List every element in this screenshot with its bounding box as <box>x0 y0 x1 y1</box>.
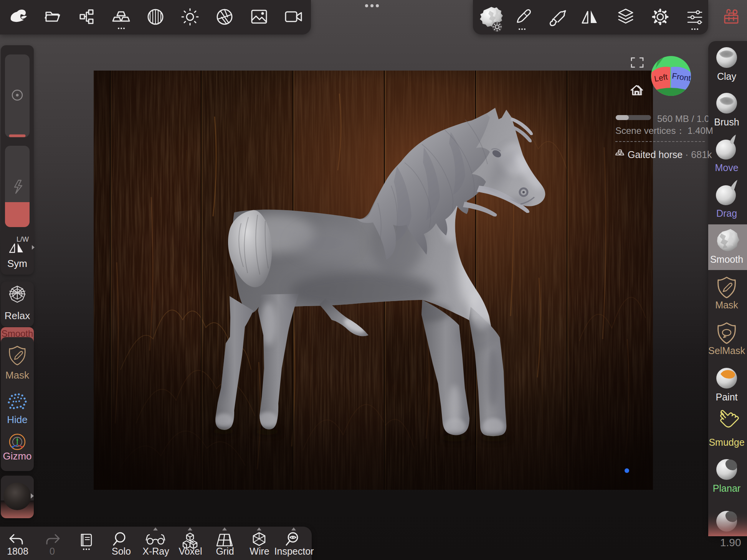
svg-text:Clay: Clay <box>717 71 737 82</box>
svg-text:Brush: Brush <box>714 117 739 127</box>
svg-text:Sym: Sym <box>7 258 27 269</box>
svg-text:Mask: Mask <box>5 369 30 381</box>
svg-text:Relax: Relax <box>5 310 30 321</box>
svg-text:Planar: Planar <box>713 483 740 494</box>
svg-text:Move: Move <box>715 162 738 173</box>
svg-text:Smooth: Smooth <box>710 254 743 265</box>
svg-text:Paint: Paint <box>716 392 738 402</box>
svg-text:Mask: Mask <box>715 300 738 310</box>
svg-text:Smudge: Smudge <box>709 437 744 448</box>
svg-text:Hide: Hide <box>7 414 27 425</box>
svg-text:L/W: L/W <box>17 236 29 243</box>
svg-text:SelMask: SelMask <box>708 345 745 356</box>
svg-text:Gizmo: Gizmo <box>3 450 31 462</box>
svg-text:Drag: Drag <box>716 208 737 219</box>
